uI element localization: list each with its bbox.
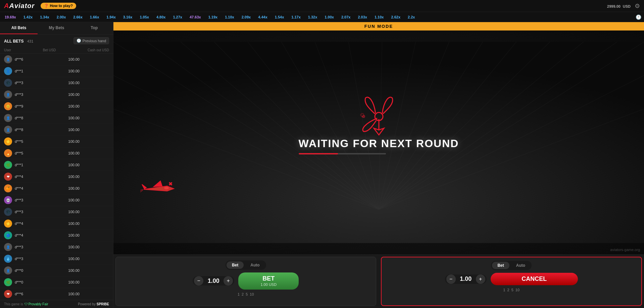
quick-amounts-right: 1 2 5 10 [385,288,638,292]
waiting-text: WAITING FOR NEXT ROUND [299,137,459,155]
all-bets-header: ALL BETS 431 🕐 Previous hand [0,35,113,47]
avatar: 👤 [4,243,12,251]
bet-amount: 100.00 [56,93,80,97]
mult-badge[interactable]: 19.69x [3,14,18,20]
table-row: 👤 d***3 100.00 [0,241,113,253]
avatar: ⭐ [4,137,12,145]
mult-badge[interactable]: 1.19x [206,14,220,20]
username: d***8 [15,128,53,132]
quick-amount-1-right[interactable]: 1 [503,288,505,292]
mult-badge[interactable]: 2.66x [71,14,85,20]
quick-amount-5-right[interactable]: 5 [511,288,513,292]
main-layout: All Bets My Bets Top ALL BETS 431 🕐 Prev… [0,22,644,308]
username: d***3 [15,93,53,97]
svg-point-23 [164,186,169,190]
mult-badge[interactable]: 4.44x [256,14,269,20]
site-watermark: aviators-game.org [610,248,640,252]
amount-control-left: − 1.00 + [193,276,234,286]
username: d***8 [15,116,53,120]
decrease-amount-button-left[interactable]: − [194,276,203,286]
mult-badge[interactable]: 1.54x [273,14,286,20]
bet-amount: 100.00 [56,139,80,143]
avatar: 👤 [4,126,12,134]
username: d***1 [15,163,53,167]
bet-amount: 100.00 [56,163,80,167]
quick-amount-10-right[interactable]: 10 [515,288,519,292]
history-icon[interactable]: 🕐 [636,14,641,20]
tab-all-bets[interactable]: All Bets [0,22,38,34]
username: d***3 [15,198,53,202]
avatar: 💧 [4,255,12,263]
quick-amount-5[interactable]: 5 [246,292,248,296]
bet-tab-left[interactable]: Bet [227,261,244,269]
table-row: ❤ d***6 100.00 [0,288,113,300]
table-row: 🌑 d***3 100.00 [0,206,113,218]
quick-amount-2[interactable]: 2 [242,292,244,296]
mult-badge[interactable]: 2.00x [55,14,68,20]
footer-powered: Powered by SPRIBE [78,302,109,306]
mult-badge[interactable]: 1.05x [138,14,151,20]
bet-panel-right: Bet Auto − 1.00 + CANCEL 1 2 5 10 [381,257,642,306]
bet-amount: 100.00 [56,210,80,214]
mult-badge[interactable]: 1.10x [223,14,236,20]
username: d***5 [15,151,53,155]
top-left: AAviator ❓ How to play? [4,2,76,10]
mult-badge[interactable]: 1.17x [289,14,303,20]
app-logo: AAviator [4,2,35,10]
mult-badge[interactable]: 1.94x [104,14,118,20]
mult-badge[interactable]: 2.07x [339,14,353,20]
mult-badge[interactable]: 1.66x [88,14,101,20]
clock-icon: 🕐 [77,39,81,43]
increase-amount-button-right[interactable]: + [476,274,485,284]
cancel-button[interactable]: CANCEL [491,273,578,285]
quick-amount-10[interactable]: 10 [250,292,254,296]
mult-badge[interactable]: 4.80x [154,14,168,20]
username: d***0 [15,268,53,272]
bet-tab-right[interactable]: Bet [492,262,509,269]
mult-badge[interactable]: 3.16x [121,14,135,20]
mult-badge[interactable]: 1.00x [323,14,336,20]
username: d***3 [15,81,53,85]
mult-badge[interactable]: 1.27x [171,14,184,20]
bet-amount: 100.00 [56,81,80,85]
table-row: ⭐ d***4 100.00 [0,218,113,230]
quick-amount-1[interactable]: 1 [238,292,240,296]
mult-badge[interactable]: 1.42x [21,14,35,20]
mult-badge[interactable]: 1.10x [373,14,386,20]
mult-badge[interactable]: 2.2x [406,14,417,20]
provably-fair-link[interactable]: 🛡 Provably Fair [24,302,48,306]
mult-badge[interactable]: 2.09x [240,14,253,20]
top-bar: AAviator ❓ How to play? 2999.00 USD ⚙ [0,0,644,12]
tab-my-bets[interactable]: My Bets [38,22,75,34]
bet-button-left[interactable]: BET 1.00 USD [238,272,299,290]
bet-amount: 100.00 [56,292,80,296]
bottom-panel: Bet Auto − 1.00 + BET 1.00 USD 1 [113,254,644,308]
auto-tab-left[interactable]: Auto [245,261,265,269]
sidebar-tabs: All Bets My Bets Top [0,22,113,35]
quick-amount-2-right[interactable]: 2 [507,288,509,292]
bets-list: 👤 d***6 100.00 👤 d***1 100.00 🌑 d***3 10… [0,54,113,300]
settings-icon[interactable]: ⚙ [635,2,640,10]
username: d***6 [15,292,53,296]
table-row: 👤 d***3 100.00 [0,89,113,101]
auto-tab-right[interactable]: Auto [511,262,531,269]
previous-hand-button[interactable]: 🕐 Previous hand [73,37,109,44]
how-to-play-button[interactable]: ❓ How to play? [41,3,76,9]
username: d***4 [15,233,53,237]
mult-badge[interactable]: 1.34x [38,14,51,20]
mult-badge[interactable]: 2.62x [389,14,402,20]
increase-amount-button-left[interactable]: + [224,276,233,286]
avatar: 🔥 [4,149,12,157]
progress-fill [299,153,338,155]
game-area: FUN MODE [113,22,644,308]
bet-amount-display-left: 1.00 [203,278,224,285]
mult-badge[interactable]: 1.32x [306,14,319,20]
decrease-amount-button-right[interactable]: − [446,274,456,284]
bet-amount: 100.00 [56,222,80,226]
balance-display: 2999.00 USD [606,3,631,9]
table-row: 🌑 d***3 100.00 [0,77,113,89]
mult-badge[interactable]: 47.63x [188,14,203,20]
mult-badge[interactable]: 2.03x [356,14,369,20]
avatar: 🌿 [4,278,12,286]
tab-top[interactable]: Top [76,22,113,34]
